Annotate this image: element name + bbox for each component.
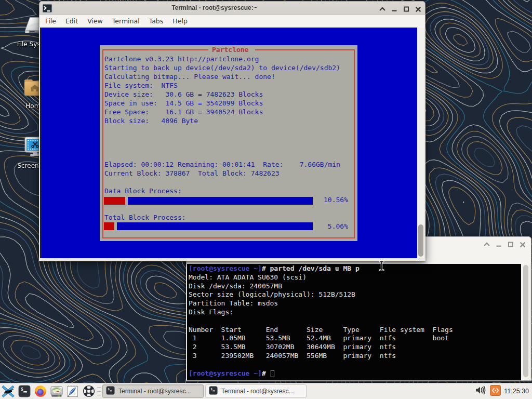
shade-button[interactable] — [376, 2, 388, 14]
firefox-launcher[interactable] — [32, 384, 48, 399]
terminal-app-icon: $ — [209, 386, 218, 397]
progress-rest — [117, 222, 313, 230]
taskbar: $ $ Terminal - root@sysresc... $ Termina… — [0, 383, 532, 399]
svg-text:$: $ — [21, 387, 23, 392]
tasklist-handle — [97, 385, 101, 397]
svg-text:$: $ — [108, 387, 110, 390]
taskbar-window-2[interactable]: $ Terminal - root@sysresc... — [205, 384, 307, 398]
parted-table-row: 2 53.5MB 30702MB 30649MB primary ntfs — [189, 343, 521, 352]
scrollbar[interactable] — [417, 28, 424, 258]
progress-done — [104, 197, 125, 205]
close-button[interactable] — [412, 2, 424, 14]
window-title: Terminal - root@sysrescue:~ — [39, 4, 425, 11]
scrollbar-thumb[interactable] — [418, 224, 423, 257]
terminal-prompt-line: [root@sysrescue ~]# parted /dev/sda u MB… — [189, 264, 521, 273]
terminal-output-line: Disk Flags: — [189, 308, 521, 317]
partclone-dialog-title: Partclone — [208, 46, 255, 54]
shade-button[interactable] — [481, 237, 493, 250]
terminal-prompt-line: [root@sysrescue ~]# — [189, 369, 521, 378]
data-block-progressbar — [104, 197, 313, 205]
shell-command: # parted /dev/sda u MB p — [262, 264, 360, 272]
terminal-launcher[interactable]: $ — [16, 384, 32, 399]
shell-prompt: [root@sysrescue ~] — [189, 264, 262, 272]
taskbar-tray: 11:25:30 — [475, 385, 532, 398]
terminal-app-icon: $ — [106, 386, 115, 397]
menubar: File Edit View Terminal Tabs Help — [39, 15, 425, 28]
progress-done — [104, 222, 114, 230]
terminal-output-line: Sector size (logical/physical): 512B/512… — [189, 290, 521, 299]
terminal-output-line: Model: ATA ADATA SU630 (scsi) — [189, 273, 521, 282]
media-reel-launcher[interactable] — [81, 384, 97, 399]
mouse-cursor-ibeam — [378, 260, 385, 273]
progress-rest — [128, 197, 313, 205]
partclone-stats: Elapsed: 00:00:12 Remaining: 00:01:41 Ra… — [104, 160, 340, 178]
terminal-blank-line — [189, 361, 521, 369]
terminal-app-icon — [42, 3, 52, 16]
terminal-text: [root@sysrescue ~]# parted /dev/sda u MB… — [189, 264, 521, 380]
menu-terminal[interactable]: Terminal — [108, 17, 144, 25]
maximize-button[interactable] — [400, 2, 412, 14]
menu-help[interactable]: Help — [168, 17, 192, 25]
data-block-percent: 10.56% — [305, 195, 348, 204]
menu-edit[interactable]: Edit — [61, 17, 83, 25]
minimize-button[interactable] — [388, 2, 400, 14]
menu-file[interactable]: File — [41, 17, 61, 25]
applications-menu-button[interactable] — [0, 384, 16, 399]
partclone-info: Partclone v0.3.23 http://partclone.org S… — [104, 55, 340, 125]
desktop: { "desktop": { "icons": [ { "label": "Fi… — [0, 0, 532, 399]
shell-prompt: [root@sysrescue ~] — [189, 369, 262, 377]
close-button[interactable] — [516, 237, 528, 250]
titlebar[interactable]: Terminal - root@sysrescue:~ — [39, 1, 425, 15]
taskbar-window-1[interactable]: $ Terminal - root@sysresc... — [102, 384, 204, 398]
terminal-screen[interactable]: [root@sysrescue ~]# parted /dev/sda u MB… — [186, 264, 531, 381]
text-editor-launcher[interactable] — [64, 384, 81, 399]
gparted-launcher[interactable] — [48, 384, 64, 399]
volume-icon[interactable] — [475, 385, 486, 397]
total-block-percent: 5.06% — [305, 222, 348, 231]
clock[interactable]: 11:25:30 — [504, 388, 529, 395]
maximize-button[interactable] — [504, 237, 516, 250]
terminal-cursor — [271, 370, 274, 377]
total-block-progressbar — [104, 222, 313, 230]
parted-table-row: 3 239502MB 240057MB 556MB primary ntfs — [189, 352, 521, 361]
titlebar-buttons — [376, 2, 424, 14]
terminal-output-line: Partition Table: msdos — [189, 299, 521, 308]
terminal-blank-line — [189, 317, 521, 326]
menu-tabs[interactable]: Tabs — [144, 17, 168, 25]
scrollbar-thumb[interactable] — [523, 265, 528, 377]
terminal-screen[interactable]: Partclone Partclone v0.3.23 http://partc… — [39, 28, 425, 258]
terminal-output-line: Disk /dev/sda: 240057MB — [189, 282, 521, 291]
partclone-dialog: Partclone Partclone v0.3.23 http://partc… — [100, 45, 357, 241]
svg-text:$: $ — [211, 387, 213, 390]
shell-prompt-suffix: # — [262, 369, 270, 377]
terminal-viewport: Partclone Partclone v0.3.23 http://partc… — [42, 28, 417, 258]
terminal-window-1: Terminal - root@sysrescue:~ File Edit Vi… — [39, 1, 425, 261]
parted-table-row: 1 1.05MB 53.5MB 52.4MB primary ntfs boot — [189, 334, 521, 343]
parted-table-header: Number Start End Size Type File system F… — [189, 326, 521, 335]
total-block-label: Total Block Process: — [104, 213, 186, 222]
minimize-button[interactable] — [493, 237, 504, 250]
scrollbar[interactable] — [521, 264, 530, 380]
data-block-label: Data Block Process: — [104, 187, 182, 195]
menu-view[interactable]: View — [83, 17, 108, 25]
network-icon[interactable] — [490, 385, 501, 398]
titlebar-buttons — [481, 237, 528, 250]
